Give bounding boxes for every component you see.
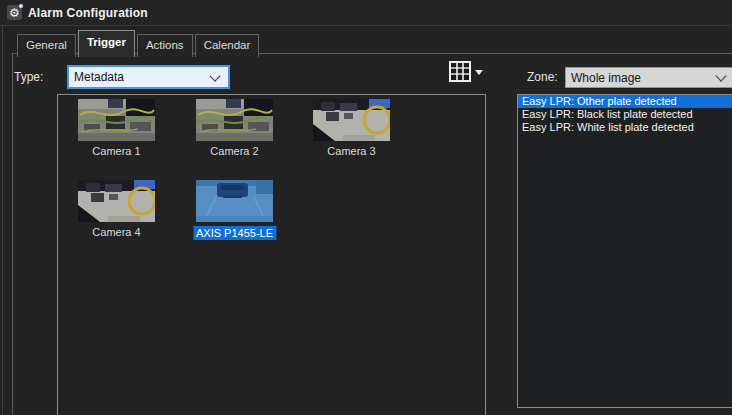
tab-general[interactable]: General [17, 34, 76, 57]
dropdown-arrow-icon [475, 70, 483, 75]
camera-label-selected: AXIS P1455-LE [193, 226, 276, 240]
camera-label: Camera 3 [327, 145, 375, 157]
selection-overlay [196, 180, 273, 222]
camera-1-thumbnail[interactable] [78, 99, 155, 141]
camera-3-thumbnail[interactable] [313, 99, 390, 141]
event-list[interactable]: Easy LPR: Other plate detected Easy LPR:… [517, 94, 732, 408]
gear-glyph: ⚙ [9, 7, 20, 19]
camera-label: Camera 4 [92, 226, 140, 238]
zone-dropdown-value: Whole image [571, 71, 641, 85]
camera-item-1[interactable]: Camera 1 [78, 99, 155, 141]
window-left-edge [2, 0, 3, 415]
gear-dot [19, 4, 23, 8]
event-list-item[interactable]: Easy LPR: White list plate detected [518, 121, 732, 134]
camera-item-2[interactable]: Camera 2 [196, 99, 273, 141]
tab-page-border-left [12, 53, 13, 415]
axis-p1455-le-thumbnail[interactable] [196, 180, 273, 222]
chevron-down-icon [209, 70, 220, 81]
type-label: Type: [14, 70, 43, 84]
tab-actions[interactable]: Actions [137, 34, 193, 57]
camera-label: Camera 2 [210, 145, 258, 157]
gear-icon: ⚙ [7, 5, 22, 20]
tab-calendar[interactable]: Calendar [195, 34, 260, 57]
tab-trigger[interactable]: Trigger [78, 30, 135, 57]
camera-4-thumbnail[interactable] [78, 180, 155, 222]
grid-view-icon [449, 61, 471, 82]
type-dropdown[interactable]: Metadata [67, 65, 230, 89]
window-titlebar: ⚙ Alarm Configuration [0, 0, 732, 26]
window-title: Alarm Configuration [28, 6, 148, 20]
camera-selection-panel [57, 94, 486, 415]
tab-bar: General Trigger Actions Calendar [17, 30, 261, 57]
event-list-item[interactable]: Easy LPR: Other plate detected [518, 95, 732, 108]
event-list-item[interactable]: Easy LPR: Black list plate detected [518, 108, 732, 121]
type-dropdown-value: Metadata [74, 70, 124, 84]
alarm-configuration-window: { "window": { "title": "Alarm Configurat… [0, 0, 732, 415]
camera-item-4[interactable]: Camera 4 [78, 180, 155, 222]
chevron-down-icon [715, 70, 726, 81]
camera-item-axis-p1455-le[interactable]: AXIS P1455-LE [196, 180, 273, 222]
zone-dropdown[interactable]: Whole image [565, 67, 732, 88]
zone-label: Zone: [527, 70, 558, 84]
thumbnail-view-button[interactable] [449, 59, 486, 83]
camera-2-thumbnail[interactable] [196, 99, 273, 141]
camera-item-3[interactable]: Camera 3 [313, 99, 390, 141]
camera-label: Camera 1 [92, 145, 140, 157]
